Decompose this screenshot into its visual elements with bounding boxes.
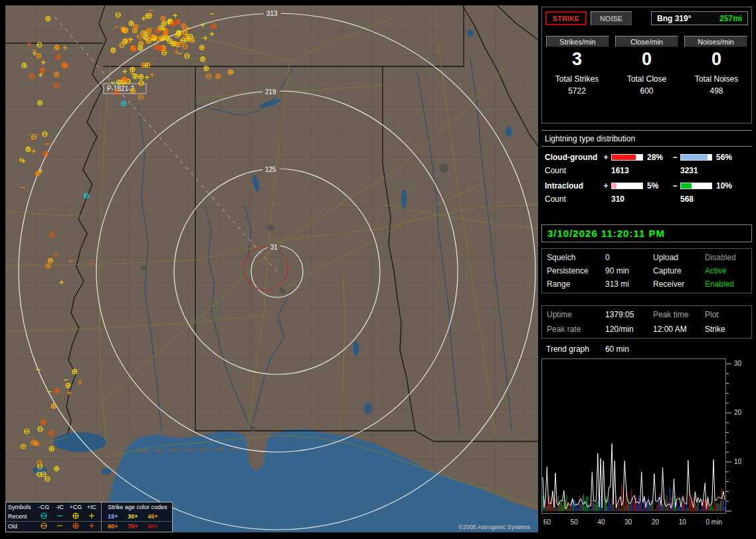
strikes-per-min-header[interactable]: Strikes/min	[546, 36, 609, 47]
trend-graph-header: Trend graph 60 min	[546, 345, 629, 354]
map-display[interactable]: 313 219 125 31 P-1821-2 Symbols -CG -IC	[5, 5, 538, 532]
legend-age-code: 45+	[143, 513, 163, 520]
count-label: Count	[545, 166, 611, 175]
total-labels-row: Total Strikes Total Close Total Noises	[542, 74, 751, 84]
svg-text:20: 20	[734, 409, 742, 416]
legend-symbol	[84, 522, 100, 531]
cg-positive-bar	[611, 154, 643, 161]
ic-positive-percent: 5%	[644, 181, 671, 191]
bearing-display: Bng 319° 257mi	[651, 11, 748, 25]
squelch-value: 0	[605, 253, 653, 262]
bearing-value: Bng 319°	[657, 14, 691, 23]
legend-col-neg-cg: -CG	[36, 504, 52, 510]
app-window: 313 219 125 31 P-1821-2 Symbols -CG -IC	[0, 0, 756, 539]
datetime-value: 3/10/2026 11:20:11 PM	[547, 228, 665, 239]
cg-negative-bar	[680, 154, 712, 161]
status-row: Range 313 mi Receiver Enabled	[542, 277, 751, 291]
close-per-min-header[interactable]: Close/min	[615, 36, 678, 47]
rate-values-row: 3 0 0	[542, 49, 751, 70]
legend-col-pos-ic: +IC	[84, 504, 100, 510]
noises-per-min-header[interactable]: Noises/min	[684, 36, 747, 47]
count-label: Count	[545, 194, 611, 204]
ring-label-125: 125	[265, 166, 276, 173]
close-per-min-value: 0	[612, 49, 682, 70]
ring-label-219: 219	[265, 88, 276, 96]
plot-value: Strike	[705, 325, 747, 334]
legend-age-code: 75+	[123, 523, 143, 530]
status-row: Squelch 0 Upload Disabled	[542, 251, 751, 264]
legend-symbol	[68, 512, 84, 521]
intracloud-row: Intracloud + 5% − 10%	[541, 181, 752, 191]
upload-label: Upload	[653, 253, 705, 262]
legend-row: Recent15+30+45+	[6, 512, 172, 521]
rate-headers-row: Strikes/min Close/min Noises/min	[546, 36, 747, 47]
ic-positive-count: 310	[611, 194, 680, 204]
legend-age-code: 60+	[103, 523, 123, 530]
lightning-distribution-section: Lightning type distribution Cloud-ground…	[541, 130, 752, 204]
legend-symbols-header: Symbols	[6, 504, 36, 510]
cloud-ground-count-row: Count 1613 3231	[541, 166, 752, 175]
ring-label-313: 313	[266, 10, 278, 17]
x-tick: 40	[598, 518, 605, 526]
x-tick: 10	[679, 518, 686, 526]
info-row: Uptime 1379:05 Peak time Plot	[542, 307, 751, 322]
map-legend: Symbols -CG -IC +CG +IC Strike age color…	[5, 502, 173, 532]
legend-symbol	[68, 522, 84, 531]
trend-graph: 302010 60 50 40 30 20 10 0 min	[541, 358, 753, 526]
legend-symbol	[36, 512, 52, 521]
total-close-label: Total Close	[612, 74, 682, 84]
map-svg: 313 219 125 31 P-1821-2	[5, 5, 538, 532]
bearing-distance: 257mi	[719, 14, 742, 23]
legend-col-neg-ic: -IC	[52, 504, 68, 510]
squelch-label: Squelch	[547, 253, 605, 262]
status-row: Persistence 90 min Capture Active	[542, 264, 751, 277]
strikes-per-min-value: 3	[542, 49, 612, 70]
uptime-label: Uptime	[547, 310, 605, 319]
strike-stats-box: STRIKE NOISE Bng 319° 257mi Strikes/min …	[541, 7, 752, 123]
legend-age-header: Strike age color codes	[103, 504, 172, 510]
peak-time-label: Peak time	[653, 310, 705, 319]
control-panel: STRIKE NOISE Bng 319° 257mi Strikes/min …	[541, 5, 753, 534]
info-row: Peak rate 120/min 12:00 AM Strike	[542, 322, 751, 337]
total-close-value: 600	[612, 86, 682, 96]
cg-negative-count: 3231	[680, 166, 698, 175]
datetime-box: 3/10/2026 11:20:11 PM	[541, 224, 752, 242]
peak-rate-label: Peak rate	[547, 325, 605, 334]
legend-symbol	[52, 512, 68, 521]
intracloud-count-row: Count 310 568	[541, 194, 752, 204]
svg-text:30: 30	[734, 360, 742, 367]
persistence-value: 90 min	[605, 266, 653, 275]
plus-sign: +	[602, 181, 610, 191]
total-noises-value: 498	[682, 86, 751, 96]
legend-symbol	[84, 512, 100, 521]
minus-sign: −	[671, 181, 679, 191]
ic-positive-bar	[611, 183, 643, 189]
trend-graph-label: Trend graph	[546, 345, 589, 354]
legend-body: Recent15+30+45+Old60+75+90+	[6, 512, 172, 531]
strike-button[interactable]: STRIKE	[545, 11, 587, 25]
mode-row: STRIKE NOISE Bng 319° 257mi	[545, 11, 748, 25]
plus-sign: +	[602, 153, 610, 162]
cloud-ground-row: Cloud-ground + 28% − 56%	[541, 153, 752, 162]
svg-text:10: 10	[734, 458, 742, 465]
receiver-status: Enabled	[705, 279, 747, 289]
legend-age-code: 15+	[103, 513, 123, 520]
persistence-label: Persistence	[547, 266, 605, 275]
legend-symbol	[36, 522, 52, 531]
cg-negative-percent: 56%	[713, 153, 740, 162]
ic-negative-count: 568	[680, 194, 694, 204]
total-noises-label: Total Noises	[682, 74, 751, 84]
cg-positive-percent: 28%	[644, 153, 671, 162]
peak-rate-value: 120/min	[605, 325, 653, 334]
range-label: Range	[547, 279, 605, 289]
total-values-row: 5722 600 498	[542, 86, 751, 96]
capture-status: Active	[705, 266, 747, 275]
legend-symbol	[52, 522, 68, 531]
trend-graph-plot: 302010	[541, 358, 753, 518]
intracloud-label: Intracloud	[545, 181, 602, 191]
distribution-title: Lightning type distribution	[541, 131, 752, 147]
minus-sign: −	[671, 153, 679, 162]
ic-negative-percent: 10%	[713, 181, 740, 191]
copyright-text: ©2005 Astrogenic Systems	[458, 524, 530, 530]
noise-button[interactable]: NOISE	[591, 11, 632, 25]
